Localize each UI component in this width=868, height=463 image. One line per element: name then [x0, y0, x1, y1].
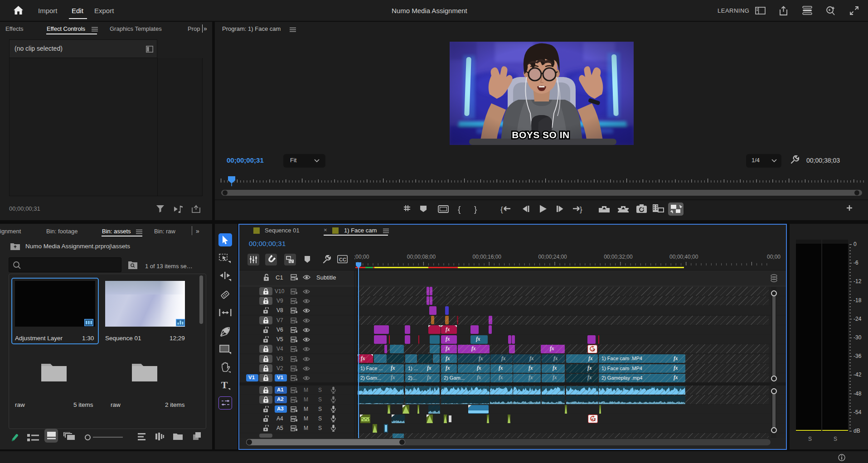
- svg-text:-2: -2: [591, 347, 595, 352]
- svg-text:BOYS SO IN: BOYS SO IN: [512, 130, 570, 140]
- svg-text:}: }: [580, 205, 582, 214]
- svg-text:+2: +2: [591, 417, 596, 422]
- svg-text:{: {: [500, 205, 503, 214]
- svg-text:T: T: [221, 381, 228, 391]
- svg-text:}: }: [474, 204, 477, 214]
- svg-text:{: {: [458, 204, 461, 214]
